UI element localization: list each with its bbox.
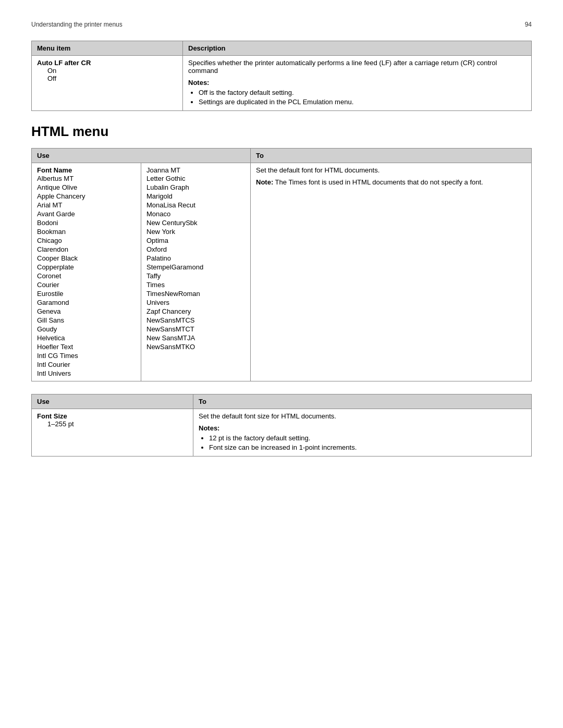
font-list-col2: Letter Gothic Lubalin Graph Marigold Mon… [146, 174, 245, 351]
header-left: Understanding the printer menus [31, 21, 123, 28]
list-item: Albertus MT [37, 174, 136, 183]
table-row: Auto LF after CR On Off Specifies whethe… [32, 56, 532, 111]
list-item: Font size can be increased in 1-point in… [209, 443, 526, 451]
list-item: Letter Gothic [146, 174, 245, 183]
font-size-desc-cell: Set the default font size for HTML docum… [193, 409, 532, 456]
list-item: Univers [146, 298, 245, 307]
font-col2-cell: Joanna MT Letter Gothic Lubalin Graph Ma… [141, 163, 251, 381]
list-item: Antique Olive [37, 183, 136, 192]
list-item: Off is the factory default setting. [199, 89, 526, 96]
list-item: Coronet [37, 272, 136, 280]
list-item: StempelGaramond [146, 263, 245, 272]
font-size-notes-label: Notes: [199, 424, 526, 432]
list-item: Marigold [146, 192, 245, 201]
section-title: HTML menu [31, 124, 532, 140]
list-item: Apple Chancery [37, 192, 136, 201]
menu-item-sub-off: Off [37, 75, 177, 82]
size-to-header: To [193, 394, 532, 409]
top-table-col1-header: Menu item [32, 41, 183, 56]
list-item: Clarendon [37, 245, 136, 254]
auto-lf-table: Menu item Description Auto LF after CR O… [31, 41, 532, 111]
list-item: NewSansMTCS [146, 316, 245, 325]
font-size-table: Use To Font Size 1–255 pt Set the defaul… [31, 394, 532, 456]
list-item: Palatino [146, 254, 245, 263]
font-note-container: Note: The Times font is used in HTML doc… [256, 178, 526, 186]
menu-item-bold: Auto LF after CR [37, 59, 177, 67]
list-item: Times [146, 280, 245, 289]
list-item: NewSansMTKO [146, 342, 245, 351]
list-item: NewSansMTCT [146, 325, 245, 334]
list-item: New CenturySbk [146, 218, 245, 227]
font-desc-cell: Set the default font for HTML documents.… [251, 163, 532, 381]
list-item: Zapf Chancery [146, 307, 245, 316]
font-name-row: Font Name Albertus MT Antique Olive Appl… [32, 163, 532, 381]
list-item: New SansMTJA [146, 334, 245, 342]
list-item: 12 pt is the factory default setting. [209, 434, 526, 442]
page-header: Understanding the printer menus 94 [31, 21, 532, 28]
font-size-notes-list: 12 pt is the factory default setting. Fo… [199, 434, 526, 451]
list-item: Intl CG Times [37, 351, 136, 360]
list-item: Bodoni [37, 218, 136, 227]
list-item: Intl Univers [37, 369, 136, 378]
list-item: Intl Courier [37, 360, 136, 369]
font-size-desc-main: Set the default font size for HTML docum… [199, 412, 526, 420]
list-item: Monaco [146, 209, 245, 218]
list-item: Geneva [37, 307, 136, 316]
list-item: Garamond [37, 298, 136, 307]
font-col2-first: Joanna MT [146, 166, 245, 174]
notes-list: Off is the factory default setting. Sett… [188, 89, 526, 106]
font-desc-main: Set the default font for HTML documents. [256, 166, 526, 174]
font-size-label: Font Size [37, 412, 188, 420]
list-item: Settings are duplicated in the PCL Emula… [199, 98, 526, 106]
font-to-header: To [251, 149, 532, 163]
font-name-table: Use To Font Name Albertus MT Antique Oli… [31, 148, 532, 381]
menu-item-cell: Auto LF after CR On Off [32, 56, 183, 111]
font-note-text: The Times font is used in HTML documents… [275, 178, 483, 186]
list-item: Eurostile [37, 289, 136, 298]
menu-item-sub-on: On [37, 67, 177, 75]
list-item: Oxford [146, 245, 245, 254]
list-item: Bookman [37, 227, 136, 236]
list-item: Hoefler Text [37, 342, 136, 351]
font-use-header: Use [32, 149, 251, 163]
size-use-header: Use [32, 394, 193, 409]
list-item: Helvetica [37, 334, 136, 342]
list-item: Taffy [146, 272, 245, 280]
font-list-col1: Albertus MT Antique Olive Apple Chancery… [37, 174, 136, 378]
list-item: Gill Sans [37, 316, 136, 325]
list-item: MonaLisa Recut [146, 201, 245, 209]
desc-cell: Specifies whether the printer automatica… [183, 56, 532, 111]
list-item: Copperplate [37, 263, 136, 272]
list-item: Avant Garde [37, 209, 136, 218]
header-right: 94 [525, 21, 532, 28]
font-note-label: Note: [256, 178, 273, 186]
list-item: Goudy [37, 325, 136, 334]
notes-label: Notes: [188, 79, 526, 87]
font-col1-cell: Font Name Albertus MT Antique Olive Appl… [32, 163, 141, 381]
font-name-label: Font Name [37, 166, 136, 174]
list-item: TimesNewRoman [146, 289, 245, 298]
font-size-row: Font Size 1–255 pt Set the default font … [32, 409, 532, 456]
list-item: New York [146, 227, 245, 236]
font-size-range: 1–255 pt [37, 420, 188, 428]
list-item: Chicago [37, 236, 136, 245]
list-item: Cooper Black [37, 254, 136, 263]
list-item: Optima [146, 236, 245, 245]
list-item: Courier [37, 280, 136, 289]
list-item: Arial MT [37, 201, 136, 209]
desc-text: Specifies whether the printer automatica… [188, 59, 526, 75]
font-size-item-cell: Font Size 1–255 pt [32, 409, 193, 456]
list-item: Lubalin Graph [146, 183, 245, 192]
top-table-col2-header: Description [183, 41, 532, 56]
